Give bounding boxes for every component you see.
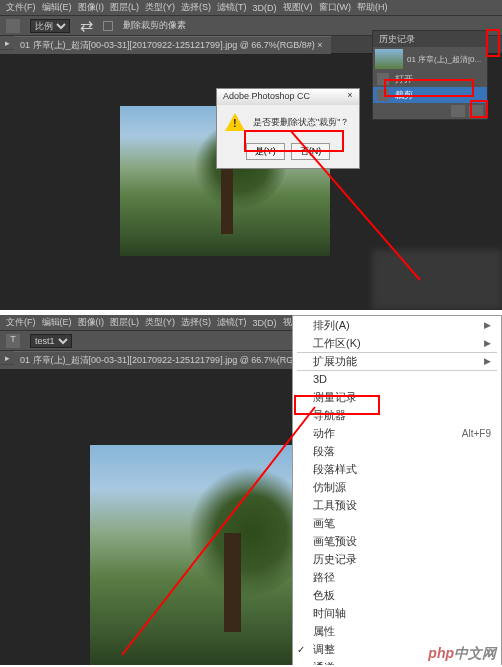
window-menu-item[interactable]: 扩展功能▶ xyxy=(293,352,501,370)
dialog-message: 是否要删除状态"裁剪"？ xyxy=(253,116,349,129)
main-menu-bar: 文件(F) 编辑(E) 图像(I) 图层(L) 类型(Y) 选择(S) 滤镜(T… xyxy=(0,0,502,16)
window-menu-item[interactable]: 属性 xyxy=(293,622,501,640)
menu-filter[interactable]: 滤镜(T) xyxy=(217,316,247,329)
snapshot-label: 01 序章(上)_超清[0... xyxy=(407,54,481,65)
menu-select[interactable]: 选择(S) xyxy=(181,1,211,14)
highlight-delete-button xyxy=(470,100,488,118)
menu-item-label: 时间轴 xyxy=(313,606,346,621)
menu-image[interactable]: 图像(I) xyxy=(78,1,105,14)
menu-item-label: 扩展功能 xyxy=(313,354,357,369)
window-menu-item[interactable]: 时间轴 xyxy=(293,604,501,622)
menu-item-label: 属性 xyxy=(313,624,335,639)
new-snapshot-button[interactable] xyxy=(451,105,465,117)
submenu-arrow-icon: ▶ xyxy=(484,338,491,348)
document-tab[interactable]: 01 序章(上)_超清[00-03-31][20170922-125121799… xyxy=(12,36,331,54)
watermark-brand: php xyxy=(428,645,454,661)
window-menu-item[interactable]: 历史记录 xyxy=(293,550,501,568)
history-snapshot-row[interactable]: 01 序章(上)_超清[0... xyxy=(373,47,487,71)
menu-type[interactable]: 类型(Y) xyxy=(145,1,175,14)
delete-pixels-label: 删除裁剪的像素 xyxy=(123,19,186,32)
window-menu-item[interactable]: 排列(A)▶ xyxy=(293,316,501,334)
snapshot-thumbnail xyxy=(375,49,403,69)
highlight-panel-flyout-icon xyxy=(486,29,500,57)
menu-item-label: 动作 xyxy=(313,426,335,441)
menu-edit[interactable]: 编辑(E) xyxy=(42,1,72,14)
confirm-delete-dialog: Adobe Photoshop CC × 是否要删除状态"裁剪"？ 是(Y) 否… xyxy=(216,88,360,169)
dialog-title: Adobe Photoshop CC xyxy=(223,91,310,101)
menu-item-shortcut: Alt+F9 xyxy=(462,428,491,439)
warning-icon xyxy=(225,113,245,131)
menu-help[interactable]: 帮助(H) xyxy=(357,1,388,14)
menu-item-label: 工作区(K) xyxy=(313,336,361,351)
menu-item-label: 路径 xyxy=(313,570,335,585)
menu-3d[interactable]: 3D(D) xyxy=(253,318,277,328)
dialog-close-icon[interactable]: × xyxy=(343,90,357,102)
menu-item-label: 3D xyxy=(313,373,327,385)
swap-icon[interactable]: ⇄ xyxy=(80,16,93,35)
window-menu-item[interactable]: 仿制源 xyxy=(293,478,501,496)
menu-item-label: 工具预设 xyxy=(313,498,357,513)
submenu-arrow-icon: ▶ xyxy=(484,356,491,366)
window-menu-item[interactable]: 路径 xyxy=(293,568,501,586)
menu-item-label: 历史记录 xyxy=(313,552,357,567)
move-tool-icon[interactable]: ▸ xyxy=(0,36,14,50)
window-menu-item[interactable]: 段落样式 xyxy=(293,460,501,478)
move-tool-icon[interactable]: ▸ xyxy=(0,351,14,365)
window-menu-item[interactable]: 工作区(K)▶ xyxy=(293,334,501,352)
highlight-crop-state xyxy=(384,79,474,97)
type-tool-icon[interactable]: T xyxy=(6,334,20,348)
menu-layer[interactable]: 图层(L) xyxy=(110,1,139,14)
highlight-dialog-buttons xyxy=(244,130,344,152)
menu-view[interactable]: 视图(V) xyxy=(283,1,313,14)
menu-item-label: 调整 xyxy=(313,642,335,657)
menu-edit[interactable]: 编辑(E) xyxy=(42,316,72,329)
delete-pixels-checkbox[interactable] xyxy=(103,21,113,31)
crop-tool-icon[interactable] xyxy=(6,19,20,33)
menu-item-label: 排列(A) xyxy=(313,318,350,333)
window-menu-item[interactable]: 段落 xyxy=(293,442,501,460)
history-panel-title: 历史记录 xyxy=(373,31,487,47)
menu-layer[interactable]: 图层(L) xyxy=(110,316,139,329)
menu-type[interactable]: 类型(Y) xyxy=(145,316,175,329)
checkmark-icon: ✓ xyxy=(297,644,305,655)
menu-window[interactable]: 窗口(W) xyxy=(319,1,352,14)
menu-file[interactable]: 文件(F) xyxy=(6,316,36,329)
bottom-screenshot: 文件(F) 编辑(E) 图像(I) 图层(L) 类型(Y) 选择(S) 滤镜(T… xyxy=(0,315,502,665)
window-menu-item[interactable]: 工具预设 xyxy=(293,496,501,514)
window-menu-item[interactable]: 色板 xyxy=(293,586,501,604)
document-tab[interactable]: 01 序章(上)_超清[00-03-31][20170922-125121799… xyxy=(12,351,331,369)
menu-item-label: 通道 xyxy=(313,660,335,666)
watermark: php中文网 xyxy=(428,645,496,663)
watermark-text: 中文网 xyxy=(454,645,496,661)
window-menu-item[interactable]: 画笔 xyxy=(293,514,501,532)
menu-item-label: 画笔 xyxy=(313,516,335,531)
window-menu-item[interactable]: 3D xyxy=(293,370,501,388)
menu-3d[interactable]: 3D(D) xyxy=(253,3,277,13)
font-select[interactable]: test1 xyxy=(30,334,72,348)
menu-item-label: 段落样式 xyxy=(313,462,357,477)
menu-file[interactable]: 文件(F) xyxy=(6,1,36,14)
submenu-arrow-icon: ▶ xyxy=(484,320,491,330)
menu-item-label: 仿制源 xyxy=(313,480,346,495)
window-menu-item[interactable]: 画笔预设 xyxy=(293,532,501,550)
blurred-region xyxy=(372,250,502,310)
top-screenshot: 文件(F) 编辑(E) 图像(I) 图层(L) 类型(Y) 选择(S) 滤镜(T… xyxy=(0,0,502,310)
menu-select[interactable]: 选择(S) xyxy=(181,316,211,329)
ratio-select[interactable]: 比例 xyxy=(30,19,70,33)
window-menu-dropdown: 排列(A)▶工作区(K)▶扩展功能▶3D测量记录导航器动作Alt+F9段落段落样… xyxy=(292,315,502,665)
menu-item-label: 色板 xyxy=(313,588,335,603)
menu-image[interactable]: 图像(I) xyxy=(78,316,105,329)
menu-item-label: 段落 xyxy=(313,444,335,459)
menu-filter[interactable]: 滤镜(T) xyxy=(217,1,247,14)
window-menu-item[interactable]: 动作Alt+F9 xyxy=(293,424,501,442)
menu-item-label: 画笔预设 xyxy=(313,534,357,549)
dialog-titlebar: Adobe Photoshop CC × xyxy=(217,89,359,105)
highlight-actions-menu-item xyxy=(294,395,380,415)
